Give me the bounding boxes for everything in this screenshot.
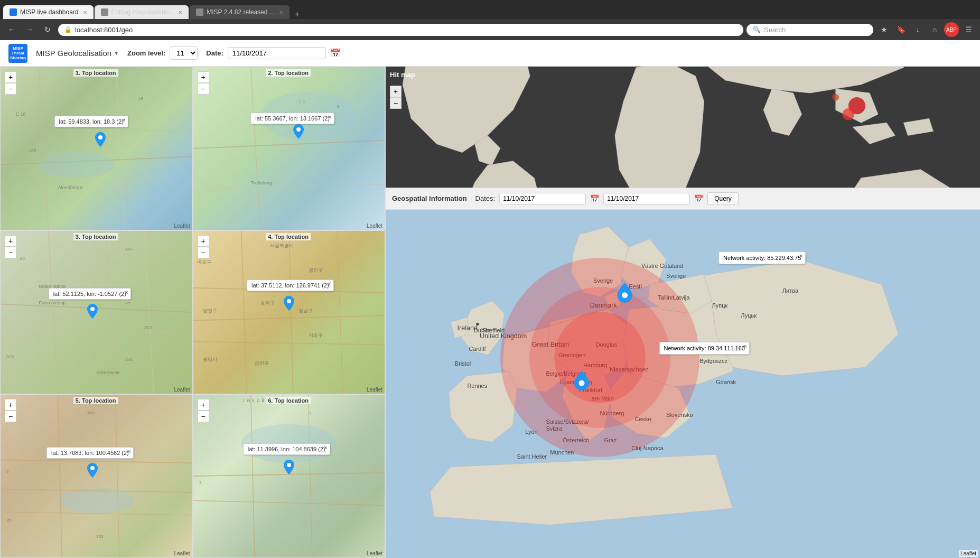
network-popup-1: ✕ Network activity: 85.229.43.75 <box>718 252 806 264</box>
zoom-out-3[interactable]: − <box>5 247 16 258</box>
search-box[interactable]: 🔍 Search <box>746 24 873 36</box>
map-grid: E 18 276 18 Åkersberga + − ✕ lat: 59.483… <box>0 67 386 558</box>
right-panel: Hit map + − <box>386 67 980 558</box>
map-popup-1: ✕ lat: 59.4833, lon: 18.3 (2) <box>54 116 128 127</box>
svg-text:Sverige: Sverige <box>666 272 686 278</box>
app-title[interactable]: MISP Geolocalisation ▼ <box>36 49 119 58</box>
map-controls-4: + − <box>198 235 209 258</box>
popup-close-5[interactable]: ✕ <box>127 449 131 454</box>
zoom-select[interactable]: 11 5 8 12 <box>170 46 198 60</box>
calendar-icon[interactable]: 📅 <box>330 48 341 58</box>
avatar-button[interactable]: ABP <box>944 22 959 37</box>
svg-point-140 <box>579 380 585 386</box>
geo-date-from[interactable] <box>499 193 586 204</box>
hitmap-zoom-out[interactable]: − <box>390 97 402 109</box>
svg-text:광진구: 광진구 <box>308 267 322 273</box>
geo-section: Geospatial information Dates: 📅 📅 Query <box>386 188 980 558</box>
zoom-label: Zoom level: <box>127 49 165 57</box>
new-tab-button[interactable]: + <box>291 10 304 19</box>
svg-line-36 <box>193 315 385 320</box>
svg-text:광명시: 광명시 <box>203 357 217 362</box>
geo-dates-label: Dates: <box>475 194 496 202</box>
svg-text:A5: A5 <box>125 301 130 305</box>
hitmap-zoom-in[interactable]: + <box>390 86 402 97</box>
forward-button[interactable]: → <box>22 22 37 37</box>
svg-text:18: 18 <box>138 96 143 101</box>
title-dropdown-arrow: ▼ <box>114 50 119 56</box>
svg-text:A43: A43 <box>125 357 133 362</box>
svg-text:A5: A5 <box>20 256 25 261</box>
popup-close-6[interactable]: ✕ <box>323 445 328 451</box>
net-popup-close-2[interactable]: ✕ <box>743 343 747 349</box>
tab-release[interactable]: MISP 2.4.82 released ... ✕ <box>190 5 290 19</box>
map-roads-2: E 6 E 22 Trelleborg 9 <box>193 67 385 230</box>
geo-map: Ireland Dublin ● United Kingdom Sheffiel… <box>386 210 980 558</box>
geo-cal-to[interactable]: 📅 <box>694 194 703 203</box>
app-header: MISPThreatSharing MISP Geolocalisation ▼… <box>0 40 980 67</box>
map-popup-6: ✕ lat: 11.3996, lon: 104.8639 (2) <box>243 443 330 455</box>
map-popup-4: ✕ lat: 37.5112, lon: 126.9741 (2) <box>247 280 334 291</box>
svg-text:A43: A43 <box>125 247 133 252</box>
zoom-out-5[interactable]: − <box>5 411 16 422</box>
misp-logo-box: MISPThreatSharing <box>8 44 27 63</box>
tab-favicon-3 <box>196 8 203 16</box>
search-icon: 🔍 <box>753 26 761 33</box>
svg-text:Литва: Литва <box>782 287 799 294</box>
tab-label-1: MISP live dashboard <box>20 8 79 16</box>
svg-text:서초구: 서초구 <box>308 332 322 338</box>
map-marker-4 <box>284 296 294 312</box>
menu-button[interactable]: ☰ <box>961 22 976 37</box>
popup-close-3[interactable]: ✕ <box>124 290 128 295</box>
popup-text-4: lat: 37.5112, lon: 126.9741 (2) <box>251 282 329 289</box>
svg-text:동작구: 동작구 <box>260 300 274 305</box>
tab-close-2[interactable]: ✕ <box>178 10 182 15</box>
tab-close-3[interactable]: ✕ <box>279 10 283 15</box>
net-popup-close-1[interactable]: ✕ <box>799 253 803 259</box>
popup-close-4[interactable]: ✕ <box>327 281 331 287</box>
refresh-button[interactable]: ↻ <box>40 22 55 37</box>
svg-text:9: 9 <box>337 104 339 109</box>
zoom-in-6[interactable]: + <box>198 399 209 411</box>
back-button[interactable]: ← <box>4 22 19 37</box>
zoom-out-4[interactable]: − <box>198 247 209 258</box>
svg-text:마포구: 마포구 <box>197 259 211 265</box>
svg-text:Sheffield: Sheffield <box>482 327 505 333</box>
geo-cal-from[interactable]: 📅 <box>590 194 599 203</box>
zoom-out-2[interactable]: − <box>198 83 209 95</box>
download-button[interactable]: ↓ <box>910 22 925 37</box>
map-tile-3: A5 A43 A5 A43 A43 A50 Niden Manor Farm A… <box>0 230 193 394</box>
zoom-in-4[interactable]: + <box>198 235 209 247</box>
map-tile-1: E 18 276 18 Åkersberga + − ✕ lat: 59.483… <box>0 67 193 230</box>
net-popup-text-2: Network activity: 89.34.111.160 <box>664 345 745 351</box>
tab-dashboard[interactable]: MISP live dashboard ✕ <box>3 5 94 19</box>
main-layout: E 18 276 18 Åkersberga + − ✕ lat: 59.483… <box>0 67 980 558</box>
tab-favicon-2 <box>101 8 108 16</box>
zoom-in-5[interactable]: + <box>5 399 16 411</box>
home-button[interactable]: ⌂ <box>927 22 942 37</box>
svg-line-39 <box>289 231 293 394</box>
popup-close-2[interactable]: ✕ <box>328 114 332 120</box>
map-roads-6: 3 3 3 ក្រុងភ្នំពេញ <box>193 395 385 557</box>
zoom-in-3[interactable]: + <box>5 235 16 247</box>
popup-close-1[interactable]: ✕ <box>122 117 126 123</box>
date-input[interactable] <box>228 47 326 59</box>
svg-text:Cardiff: Cardiff <box>469 346 487 352</box>
map-controls-5: + − <box>5 399 16 422</box>
zoom-in-1[interactable]: + <box>5 71 16 83</box>
url-box[interactable]: 🔓 localhost:8001/geo <box>58 24 743 36</box>
tab-editing[interactable]: Editing misp-dashbo... ✕ <box>95 5 189 19</box>
geo-date-to[interactable] <box>603 193 690 204</box>
zoom-in-2[interactable]: + <box>198 71 209 83</box>
bookmark-button[interactable]: 🔖 <box>893 22 908 37</box>
zoom-out-1[interactable]: − <box>5 83 16 95</box>
svg-point-62 <box>90 466 95 470</box>
star-button[interactable]: ★ <box>876 22 891 37</box>
zoom-out-6[interactable]: − <box>198 411 209 422</box>
map-roads-4: 마포구 서울특별시 광진구 양천구 동작구 강남구 서초구 광명시 금천구 <box>193 231 385 394</box>
world-map-svg: 0 1 2 3 4 <box>386 67 980 188</box>
query-button[interactable]: Query <box>707 192 739 205</box>
svg-text:Gdańsk: Gdańsk <box>716 378 736 385</box>
popup-text-3: lat: 52.1125, lon: -1.0527 (2) <box>53 291 126 297</box>
tab-close-1[interactable]: ✕ <box>83 10 87 15</box>
svg-point-50 <box>287 299 291 303</box>
